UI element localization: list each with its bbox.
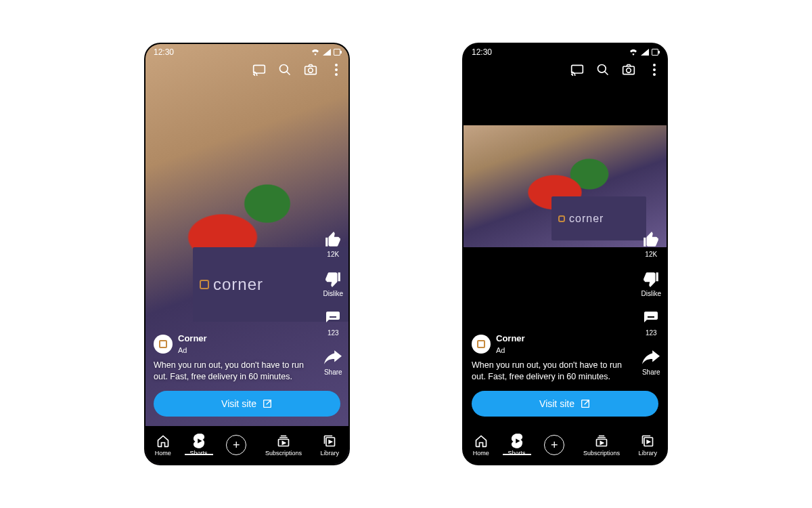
like-count: 12K xyxy=(645,251,657,258)
shorts-icon xyxy=(191,433,206,448)
cta-label: Visit site xyxy=(539,398,574,409)
bottom-nav: Home Shorts + Subscriptions Library xyxy=(464,426,667,464)
bottom-nav: Home Shorts + Subscriptions Library xyxy=(145,426,348,464)
like-count: 12K xyxy=(327,251,339,258)
comment-count: 123 xyxy=(328,329,339,337)
nav-home[interactable]: Home xyxy=(155,433,171,457)
dislike-label: Dislike xyxy=(641,290,661,297)
comment-button[interactable]: 123 xyxy=(324,310,342,337)
plus-icon: + xyxy=(544,435,564,455)
nav-library[interactable]: Library xyxy=(639,433,658,457)
wifi-icon xyxy=(311,49,320,56)
share-label: Share xyxy=(642,368,660,376)
open-external-icon xyxy=(580,398,591,409)
status-time: 12:30 xyxy=(472,47,492,57)
phone-mock-letterboxed: corner 12:30 12K xyxy=(464,44,667,464)
status-bar: 12:30 xyxy=(464,44,667,60)
comment-count: 123 xyxy=(646,329,657,337)
cta-button[interactable]: Visit site xyxy=(154,391,340,417)
ad-badge: Ad xyxy=(496,346,505,354)
share-button[interactable]: Share xyxy=(324,349,342,376)
nav-create[interactable]: + xyxy=(544,435,564,455)
share-icon xyxy=(324,349,342,366)
thumbs-down-icon xyxy=(324,270,342,288)
thumbs-up-icon xyxy=(642,231,660,249)
phone-mock-fullbleed: corner 12:30 12K xyxy=(145,44,348,464)
cast-icon[interactable] xyxy=(252,63,266,77)
more-icon[interactable] xyxy=(648,63,661,77)
svg-line-15 xyxy=(605,72,608,75)
svg-point-1 xyxy=(280,65,288,73)
share-label: Share xyxy=(324,368,342,376)
nav-shorts[interactable]: Shorts xyxy=(508,433,526,457)
advertiser-name[interactable]: Corner xyxy=(178,333,207,344)
open-external-icon xyxy=(262,398,273,409)
svg-point-18 xyxy=(653,64,656,66)
like-button[interactable]: 12K xyxy=(324,231,342,258)
share-button[interactable]: Share xyxy=(642,349,660,376)
action-rail: 12K Dislike 123 Share xyxy=(641,231,661,376)
thumbs-down-icon xyxy=(642,270,660,288)
svg-line-2 xyxy=(287,72,290,75)
share-icon xyxy=(642,349,660,366)
cta-label: Visit site xyxy=(221,398,256,409)
top-action-bar xyxy=(570,63,661,77)
wifi-icon xyxy=(629,49,638,56)
ad-badge: Ad xyxy=(178,346,187,354)
subscriptions-icon xyxy=(594,433,609,448)
svg-point-4 xyxy=(309,68,313,73)
dislike-label: Dislike xyxy=(323,290,343,297)
dislike-button[interactable]: Dislike xyxy=(323,270,343,297)
plus-icon: + xyxy=(226,435,246,455)
ad-info-block: Corner Ad When you run out, you don't ha… xyxy=(472,333,629,383)
advertiser-name[interactable]: Corner xyxy=(496,333,525,344)
like-button[interactable]: 12K xyxy=(642,231,660,258)
dislike-button[interactable]: Dislike xyxy=(641,270,661,297)
advertiser-avatar[interactable] xyxy=(154,335,173,354)
comment-button[interactable]: 123 xyxy=(642,310,660,337)
advertiser-avatar[interactable] xyxy=(472,335,491,354)
comment-icon xyxy=(642,310,660,327)
cast-icon[interactable] xyxy=(570,63,584,77)
search-icon[interactable] xyxy=(278,63,292,77)
camera-icon[interactable] xyxy=(622,63,635,77)
subscriptions-icon xyxy=(276,433,291,448)
camera-icon[interactable] xyxy=(304,63,317,77)
shorts-icon xyxy=(510,433,524,448)
nav-subscriptions[interactable]: Subscriptions xyxy=(583,433,620,457)
action-rail: 12K Dislike 123 Share xyxy=(323,231,343,376)
svg-point-14 xyxy=(598,65,606,73)
svg-point-17 xyxy=(627,68,631,73)
svg-point-5 xyxy=(335,64,338,66)
cta-button[interactable]: Visit site xyxy=(472,391,658,417)
svg-point-7 xyxy=(335,73,338,76)
more-icon[interactable] xyxy=(330,63,343,77)
signal-icon xyxy=(641,49,649,56)
svg-point-20 xyxy=(653,73,656,76)
status-bar: 12:30 xyxy=(145,44,348,60)
ad-brand-overlay: corner xyxy=(551,196,646,240)
home-icon xyxy=(156,433,171,448)
nav-subscriptions[interactable]: Subscriptions xyxy=(265,433,302,457)
svg-point-19 xyxy=(653,68,656,71)
status-time: 12:30 xyxy=(154,47,174,57)
nav-create[interactable]: + xyxy=(226,435,246,455)
home-icon xyxy=(474,433,489,448)
nav-library[interactable]: Library xyxy=(321,433,340,457)
ad-caption: When you run out, you don't have to run … xyxy=(154,360,311,383)
search-icon[interactable] xyxy=(596,63,610,77)
library-icon xyxy=(640,433,655,448)
ad-info-block: Corner Ad When you run out, you don't ha… xyxy=(154,333,311,383)
library-icon xyxy=(322,433,337,448)
battery-icon xyxy=(652,49,658,56)
top-action-bar xyxy=(252,63,343,77)
nav-home[interactable]: Home xyxy=(473,433,489,457)
thumbs-up-icon xyxy=(324,231,342,249)
ad-caption: When you run out, you don't have to run … xyxy=(472,360,629,383)
battery-icon xyxy=(334,49,340,56)
nav-shorts[interactable]: Shorts xyxy=(190,433,208,457)
comment-icon xyxy=(324,310,342,327)
svg-point-6 xyxy=(335,68,338,71)
signal-icon xyxy=(323,49,331,56)
